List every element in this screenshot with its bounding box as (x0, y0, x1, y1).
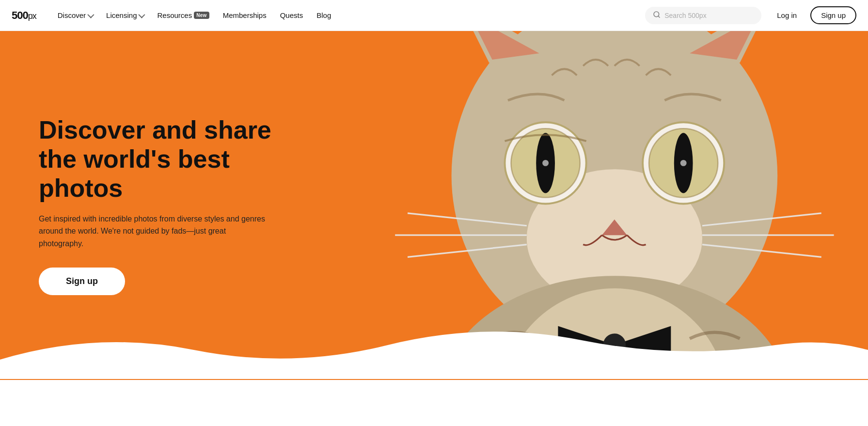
svg-line-1 (658, 16, 660, 17)
navbar: 500px Discover Licensing Resources New M… (0, 0, 868, 31)
nav-memberships-label: Memberships (223, 11, 267, 19)
chevron-down-icon (139, 11, 145, 18)
new-badge: New (194, 12, 209, 19)
nav-resources-label: Resources (157, 11, 192, 19)
nav-memberships[interactable]: Memberships (217, 7, 272, 23)
nav-blog[interactable]: Blog (311, 7, 337, 23)
search-bar[interactable] (645, 7, 761, 24)
logo[interactable]: 500px (12, 9, 36, 22)
search-icon (653, 11, 661, 20)
nav-auth: Log in Sign up (769, 6, 856, 24)
nav-licensing[interactable]: Licensing (100, 7, 149, 23)
svg-point-12 (542, 160, 549, 166)
hero-subtitle: Get inspired with incredible photos from… (39, 213, 271, 250)
nav-resources[interactable]: Resources New (151, 7, 215, 23)
search-input[interactable] (664, 12, 754, 19)
nav-quests-label: Quests (280, 11, 303, 19)
nav-licensing-label: Licensing (106, 11, 137, 19)
svg-point-18 (680, 160, 687, 166)
nav-quests[interactable]: Quests (274, 7, 309, 23)
hero-signup-button[interactable]: Sign up (39, 268, 125, 295)
hero-title: Discover and share the world's best phot… (39, 116, 300, 203)
chevron-down-icon (87, 11, 94, 18)
nav-links: Discover Licensing Resources New Members… (52, 7, 646, 23)
hero-content: Discover and share the world's best phot… (0, 77, 339, 333)
nav-discover[interactable]: Discover (52, 7, 98, 23)
nav-discover-label: Discover (58, 11, 86, 19)
hero-section: Discover and share the world's best phot… (0, 31, 868, 380)
photo-credit: Photo by Heather Tillema (795, 367, 860, 374)
nav-blog-label: Blog (316, 11, 331, 19)
signup-button-nav[interactable]: Sign up (810, 6, 856, 24)
login-button[interactable]: Log in (769, 7, 805, 23)
